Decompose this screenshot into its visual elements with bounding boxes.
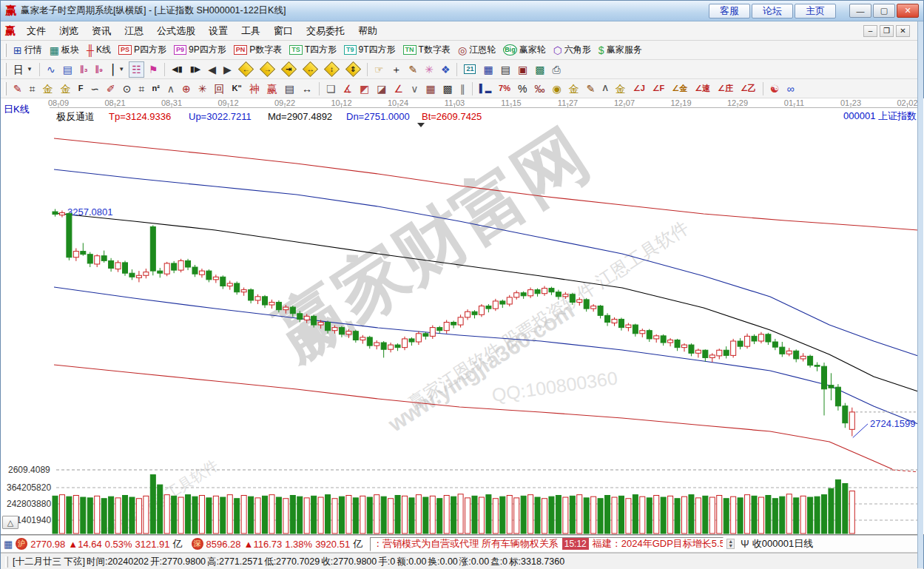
permille-tool[interactable]: ‰	[531, 81, 547, 97]
spiral-tool[interactable]: ∽	[87, 81, 102, 97]
mdi-restore-button[interactable]: ❐	[880, 25, 894, 37]
pattern-window-tool[interactable]: ☷	[129, 61, 144, 78]
notes-tool[interactable]: ▤	[498, 61, 513, 78]
ticker-scroll-spinner[interactable]: ▲▼	[726, 539, 735, 549]
yi-angle-tool[interactable]: ∠乙	[738, 81, 759, 97]
menu-browse[interactable]: 浏览	[53, 24, 85, 38]
news-ticker[interactable]: ：营销模式为自营或代理 所有车辆物权关系 15:12 福建：2024年GDP目标…	[370, 537, 724, 551]
draw-arrow-tool[interactable]: ✎	[584, 81, 598, 97]
color-chart-tool[interactable]: ⚑	[146, 61, 161, 78]
winner-service-button[interactable]: $赢家服务	[596, 42, 645, 58]
market-grid-icon[interactable]: ▦	[4, 539, 13, 550]
p-table-button[interactable]: PNP数字表	[231, 42, 286, 58]
maximize-button[interactable]: ▢	[873, 4, 895, 18]
infinity-tool[interactable]: ∞	[783, 81, 797, 97]
f-angle-tool[interactable]: ∠F	[650, 81, 668, 97]
candle-style-selector-dropdown-arrow[interactable]: ▼	[118, 66, 124, 73]
p-square-button[interactable]: PSP四方形	[115, 42, 169, 58]
speed-angle-tool[interactable]: ∠速	[692, 81, 713, 97]
window-right-scrollbar[interactable]	[917, 21, 923, 568]
quotes-button[interactable]: ⊞行情	[10, 42, 45, 58]
fibonacci-tool[interactable]: F	[75, 81, 87, 97]
save-tool[interactable]: ▣	[515, 61, 530, 78]
pattern-brain-tool[interactable]: ❖	[438, 61, 453, 78]
calendar-tool[interactable]: 21	[461, 61, 479, 78]
compress-v-button[interactable]: ↕	[322, 61, 342, 78]
gann-line-tool[interactable]: ✎	[10, 81, 25, 97]
sectors-button[interactable]: ▦板块	[47, 42, 82, 58]
j-angle-tool[interactable]: ∠J	[630, 81, 648, 97]
candle-style-selector[interactable]: ⎮▼	[107, 61, 127, 78]
homepage-button[interactable]: 主页	[795, 4, 836, 18]
width-measure-tool[interactable]: ↔	[299, 81, 315, 97]
last-bar-button[interactable]: ▮▶	[187, 61, 204, 78]
calculator-tool[interactable]: ▦	[480, 61, 496, 78]
menu-file[interactable]: 文件	[20, 24, 53, 38]
menu-gann[interactable]: 江恩	[118, 24, 150, 38]
golden-section-tool[interactable]: 金	[613, 81, 629, 97]
trend-window-tool[interactable]: ∿	[44, 61, 58, 78]
fan-lines-tool[interactable]: ∡	[340, 81, 356, 97]
9p-square-button[interactable]: P99P四方形	[171, 42, 229, 58]
gann-circle-tool[interactable]: ⊕	[179, 81, 194, 97]
golden-grid-1-tool[interactable]: 金	[40, 81, 56, 97]
ticker-headline-1[interactable]: ：营销模式为自营或代理 所有车辆物权关系	[373, 537, 559, 551]
toolbar-grip[interactable]	[4, 63, 7, 76]
v-lines-tool[interactable]: ∨	[408, 81, 421, 97]
taiji-tool[interactable]: ☯	[767, 81, 783, 97]
a-angle-tool[interactable]: Λ	[599, 81, 610, 97]
parallel-lines-tool[interactable]: ∥	[457, 81, 468, 97]
info-view-tool[interactable]: ▤	[60, 61, 75, 78]
golden-grid-2-tool[interactable]: 金	[58, 81, 74, 97]
volume-toggle-button[interactable]: △	[2, 516, 18, 529]
menu-news[interactable]: 资讯	[85, 24, 118, 38]
menu-trade[interactable]: 交易委托	[300, 24, 351, 38]
banker-angle-tool[interactable]: ∠庄	[715, 81, 736, 97]
gold-angle-tool[interactable]: ∠金	[669, 81, 690, 97]
grid-tool[interactable]: ⌗	[27, 81, 38, 97]
gann-wheel-button[interactable]: ◎江恩轮	[455, 42, 499, 58]
time-cycle-tool[interactable]: ⊙	[120, 81, 135, 97]
toolbar-grip[interactable]	[4, 44, 7, 57]
fine-grid-tool[interactable]: ▦	[422, 81, 438, 97]
ticker-headline-2[interactable]: 福建：2024年GDP目标增长5.5%左右	[593, 537, 724, 551]
percent-7-tool[interactable]: 7%	[496, 81, 513, 97]
period-day-selector[interactable]: 日▼	[10, 61, 36, 78]
box-region-tool[interactable]: ❏	[323, 81, 339, 97]
golden-line-tool[interactable]: 金	[566, 81, 582, 97]
snapshot-tool[interactable]: ▩	[532, 61, 547, 78]
mdi-minimize-button[interactable]: –	[863, 25, 877, 37]
t-square-button[interactable]: TST四方形	[286, 42, 340, 58]
price-bars-tool[interactable]: ▌▂	[476, 81, 494, 97]
angle-lines-tool[interactable]: ∧	[164, 81, 178, 97]
shift-right-button[interactable]: →	[257, 61, 277, 78]
prev-bar-button[interactable]: ◀	[205, 61, 219, 78]
9t-square-button[interactable]: T99T四方形	[341, 42, 399, 58]
shen-grid-tool[interactable]: 神	[246, 81, 263, 97]
pan-hand-tool[interactable]: ☞	[371, 61, 387, 78]
square-spiral-tool[interactable]: 回	[212, 81, 228, 97]
bars-3-tool[interactable]: ∥₃	[77, 61, 91, 78]
annotate-tool[interactable]: ✎	[405, 61, 420, 78]
gann-star-tool[interactable]: ✳	[195, 81, 210, 97]
menu-window[interactable]: 窗口	[267, 24, 300, 38]
kline-chart[interactable]: 赢家财富网赢家江恩软件 股票投资软件 江恩工具软件www.yingjia360.…	[1, 98, 924, 535]
menu-help[interactable]: 帮助	[351, 24, 384, 38]
toolbar-grip[interactable]	[4, 82, 7, 95]
bars-9-tool[interactable]: ∥₉	[92, 61, 105, 78]
compress-h-button[interactable]: ⇥	[279, 61, 299, 78]
menu-tools[interactable]: 工具	[235, 24, 267, 38]
expand-h-button[interactable]: ↔	[300, 61, 320, 78]
indicator-dropdown-arrow[interactable]	[417, 123, 425, 127]
period-day-selector-dropdown-arrow[interactable]: ▼	[27, 66, 33, 73]
kline-button[interactable]: ╫K线	[84, 42, 114, 58]
menu-settings[interactable]: 设置	[202, 24, 235, 38]
square-nine-tool[interactable]: n²	[149, 81, 162, 97]
print-tool[interactable]: ⎙	[549, 61, 563, 78]
ruler-123-tool[interactable]: ▤	[282, 81, 297, 97]
percent-tool[interactable]: %	[515, 81, 530, 97]
shade-box-tool[interactable]: ◪	[374, 81, 389, 97]
ying-grid-tool[interactable]: 赢	[264, 81, 280, 97]
crosshair-tool[interactable]: ＋	[388, 61, 404, 78]
stamp-tool[interactable]: ✳	[422, 61, 436, 78]
